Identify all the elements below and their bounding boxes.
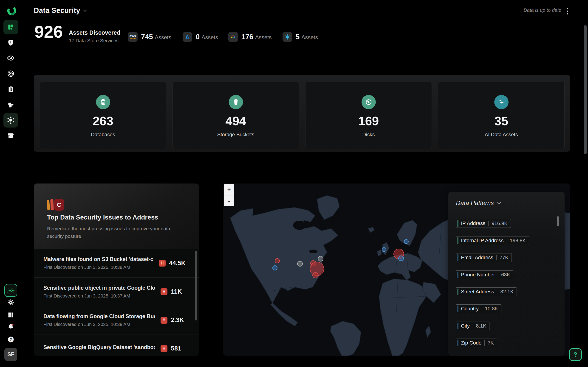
databases-count: 263 (93, 114, 113, 128)
sidebar-item-data-landscape[interactable] (3, 113, 18, 127)
ai-data-assets-label: AI Data Assets (485, 132, 518, 138)
sidebar-item-inventory[interactable] (3, 98, 18, 112)
sidebar-item-policies[interactable] (3, 82, 18, 97)
pattern-chip-phone-number[interactable]: Phone Number 68K (456, 270, 513, 279)
issue-title[interactable]: Sensitive Google BigQuery Dataset 'sandb… (43, 344, 155, 350)
sidebar-item-help[interactable]: ? (3, 333, 18, 346)
map-bubble[interactable] (318, 256, 323, 261)
sidebar-item-marketplace[interactable] (3, 128, 18, 143)
snowflake-unit: Assets (301, 34, 318, 40)
clipboard-list-icon (7, 86, 14, 93)
aws-icon: aws (128, 32, 138, 42)
issues-panel-subtitle: Remediate the most pressing issues to im… (47, 225, 187, 240)
avatar[interactable]: SF (4, 348, 17, 361)
data-store-services-label: 17 Data Store Services (69, 38, 120, 43)
issue-discovered: First Discovered on Jun 3, 2025, 10:38 A… (43, 322, 155, 327)
card-databases[interactable]: 263 Databases (40, 82, 166, 149)
app-logo[interactable] (6, 6, 17, 16)
issue-discovered: First Discovered on Jun 3, 2025, 10:38 A… (43, 265, 153, 270)
issues-scrollbar[interactable] (195, 251, 197, 320)
pattern-value: 68K (498, 272, 513, 278)
provider-stat-azure: 0Assets (183, 32, 218, 42)
disks-count: 169 (358, 114, 379, 128)
map-zoom-controls: + - (224, 184, 234, 206)
map-bubble[interactable] (297, 261, 303, 266)
issue-count: 11K (171, 288, 186, 295)
card-disks[interactable]: 169 Disks (305, 82, 432, 149)
sidebar-item-dashboard[interactable] (3, 20, 18, 34)
issue-count: 581 (171, 345, 186, 352)
map-bubble[interactable] (313, 273, 318, 278)
issue-row[interactable]: Sensitive Google BigQuery Dataset 'sandb… (34, 334, 199, 356)
pattern-chip-city[interactable]: City 8.1K (456, 322, 489, 330)
sidebar-item-discovery[interactable] (3, 51, 18, 65)
pattern-label: Street Address (458, 289, 497, 295)
pattern-chip-country[interactable]: Country 10.8K (456, 304, 502, 313)
bucket-icon (229, 95, 243, 109)
bell-icon (7, 323, 15, 331)
kebab-menu-icon[interactable] (563, 6, 571, 16)
pattern-chip-street-address[interactable]: Street Address 32.1K (456, 287, 517, 296)
pattern-value: 77K (497, 255, 511, 261)
sidebar-item-classification[interactable] (3, 66, 18, 81)
databases-label: Databases (91, 132, 115, 138)
shield-alert-icon (7, 39, 14, 46)
asset-cards-section: 263 Databases 494 Storage Buckets 169 Di… (34, 75, 570, 152)
data-patterns-scrollbar[interactable] (557, 216, 559, 226)
map-bubble[interactable] (273, 266, 277, 270)
pattern-value: 32.1K (497, 289, 517, 295)
notification-dot (11, 324, 13, 325)
provider-stat-aws: aws 745Assets (128, 32, 171, 42)
gear-icon (7, 299, 14, 306)
eye-icon (7, 54, 15, 62)
pattern-chip-ip-address[interactable]: IP Address 916.9K (456, 219, 511, 228)
pattern-value: 916.9K (489, 220, 510, 226)
sidebar-item-settings[interactable] (3, 296, 18, 309)
provider-stat-snowflake: 5Assets (283, 32, 318, 42)
gcp-count: 176 (242, 33, 253, 41)
ai-assistant-button[interactable] (4, 284, 17, 297)
sidebar-item-issues[interactable] (3, 35, 18, 50)
pattern-label: Zip Code (458, 340, 484, 346)
title-dropdown-chevron[interactable] (83, 9, 87, 13)
issue-row[interactable]: Data flowing from Google Cloud Storage B… (34, 306, 199, 334)
pattern-chip-internal-ip-address[interactable]: Internal IP Address 198.8K (456, 236, 529, 245)
blocks-icon (7, 101, 15, 108)
gcp-unit: Assets (255, 34, 272, 40)
chevron-down-icon[interactable] (497, 202, 501, 205)
assets-total: 926 (35, 22, 63, 42)
map-zoom-in-button[interactable]: + (224, 184, 234, 195)
pattern-chip-zip-code[interactable]: Zip Code 7K (456, 339, 497, 347)
card-storage-buckets[interactable]: 494 Storage Buckets (173, 82, 299, 149)
sidebar-item-apps[interactable] (3, 309, 18, 321)
issue-row[interactable]: Sensitive public object in private Googl… (34, 277, 199, 306)
map-bubble[interactable] (382, 248, 386, 252)
issues-panel-title: Top Data Security Issues to Address (47, 214, 158, 221)
issue-title[interactable]: Sensitive public object in private Googl… (43, 285, 155, 291)
data-status-text: Data is up to date (523, 7, 561, 13)
pattern-value: 198.8K (507, 238, 529, 244)
map-bubble[interactable] (398, 256, 404, 261)
issue-count: 44.5K (169, 260, 186, 267)
database-icon (96, 95, 110, 109)
page-scrollbar[interactable] (584, 25, 587, 154)
issue-title[interactable]: Malware files found on S3 Bucket 'datase… (43, 256, 153, 262)
pattern-value: 10.8K (482, 306, 501, 312)
aws-count: 745 (141, 33, 153, 41)
help-button[interactable]: ? (569, 348, 582, 361)
issue-row[interactable]: Malware files found on S3 Bucket 'datase… (34, 249, 199, 277)
sidebar-item-notifications[interactable] (3, 320, 18, 333)
data-patterns-panel: Data Patterns IP Address 916.9K Internal… (448, 192, 565, 356)
pattern-value: 7K (485, 340, 497, 346)
aws-unit: Assets (155, 34, 171, 40)
map-bubble[interactable] (275, 259, 279, 263)
pattern-chip-email-address[interactable]: Email Address 77K (456, 253, 512, 262)
issue-title[interactable]: Data flowing from Google Cloud Storage B… (43, 313, 155, 319)
card-ai-data-assets[interactable]: 35 AI Data Assets (438, 82, 565, 149)
map-zoom-out-button[interactable]: - (224, 195, 234, 206)
azure-icon (183, 32, 192, 42)
map-bubble[interactable] (404, 240, 408, 244)
grid-icon (8, 312, 14, 318)
issues-stack-icon: C (47, 199, 65, 211)
cluster-icon (7, 116, 15, 124)
